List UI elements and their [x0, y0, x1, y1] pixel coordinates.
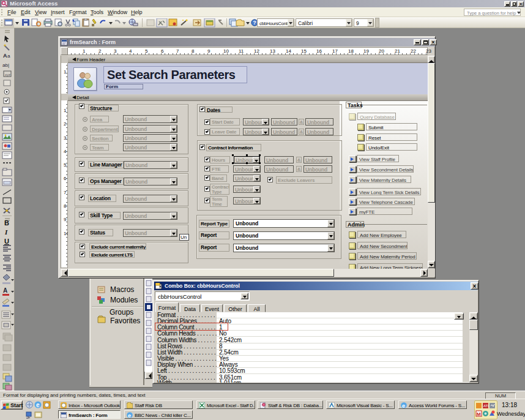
svg-text:e: e — [36, 402, 40, 408]
svg-text:e: e — [402, 403, 405, 408]
svg-text:e: e — [128, 413, 131, 418]
svg-text:A: A — [3, 287, 7, 294]
svg-text:?: ? — [253, 20, 256, 26]
svg-text:ATI: ATI — [483, 404, 489, 408]
svg-text:xyz: xyz — [5, 73, 10, 77]
svg-text:a: a — [7, 53, 10, 59]
svg-text:ab|: ab| — [2, 62, 9, 68]
svg-text:A: A — [3, 53, 7, 59]
svg-text:M: M — [477, 411, 481, 417]
